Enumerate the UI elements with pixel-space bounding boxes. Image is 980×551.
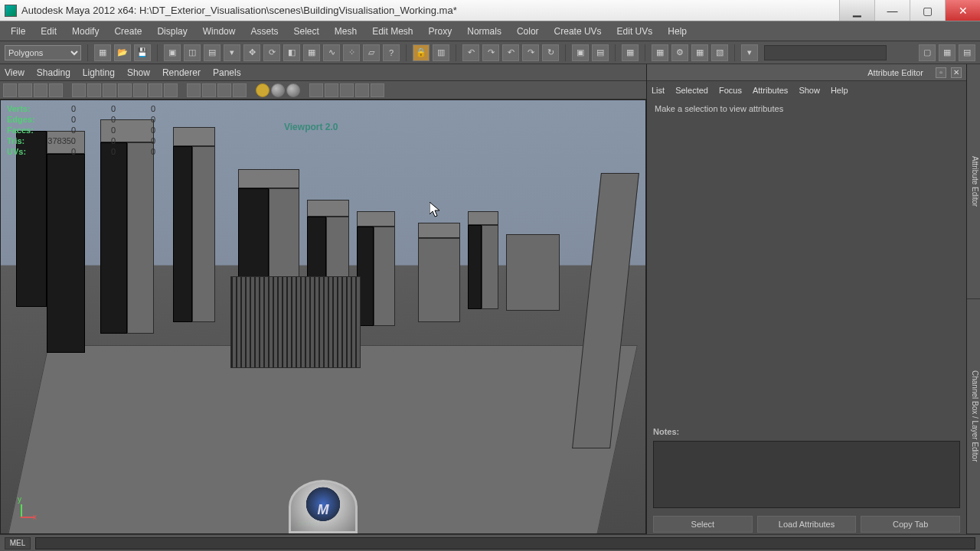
close-button[interactable]: ✕ bbox=[945, 0, 980, 21]
menu-mesh[interactable]: Mesh bbox=[327, 23, 364, 40]
save-scene-icon[interactable]: 💾 bbox=[134, 44, 151, 61]
screen-ao-icon[interactable] bbox=[355, 83, 369, 97]
viewport-menu-view[interactable]: View bbox=[5, 67, 24, 78]
snap-curve-icon[interactable]: ∿ bbox=[323, 44, 340, 61]
script-language-toggle[interactable]: MEL bbox=[5, 537, 31, 549]
menu-assets[interactable]: Assets bbox=[243, 23, 286, 40]
motion-blur-icon[interactable] bbox=[371, 83, 384, 97]
repeat-icon[interactable]: ↻ bbox=[542, 44, 559, 61]
field-chart-icon[interactable] bbox=[133, 83, 147, 97]
attr-menu-list[interactable]: List bbox=[652, 86, 665, 95]
render-dropdown-icon[interactable]: ▾ bbox=[741, 44, 758, 61]
xray-joints-icon[interactable] bbox=[340, 83, 354, 97]
ipr-button-icon[interactable]: ▣ bbox=[572, 44, 589, 61]
redo-icon[interactable]: ↷ bbox=[482, 44, 499, 61]
notes-textarea[interactable] bbox=[653, 441, 960, 508]
layout-four-icon[interactable]: ▦ bbox=[939, 44, 956, 61]
panel-restore-icon[interactable]: ▫ bbox=[936, 67, 946, 78]
attr-menu-show[interactable]: Show bbox=[799, 86, 820, 95]
all-lights-icon[interactable] bbox=[271, 83, 285, 97]
shadows-icon[interactable] bbox=[286, 83, 300, 97]
maximize-button[interactable]: ▢ bbox=[910, 0, 945, 21]
rotate-tool-icon[interactable]: ⟳ bbox=[263, 44, 280, 61]
textured-icon[interactable] bbox=[217, 83, 231, 97]
open-scene-icon[interactable]: 📂 bbox=[114, 44, 131, 61]
command-input[interactable] bbox=[35, 537, 975, 549]
snap-plane-icon[interactable]: ▱ bbox=[363, 44, 380, 61]
menu-proxy[interactable]: Proxy bbox=[421, 23, 460, 40]
redo-queue-icon[interactable]: ↷ bbox=[522, 44, 539, 61]
quick-select-field[interactable] bbox=[764, 45, 887, 60]
snap-grid-icon[interactable]: ▦ bbox=[303, 44, 320, 61]
undo-icon[interactable]: ↶ bbox=[462, 44, 479, 61]
menu-select[interactable]: Select bbox=[286, 23, 326, 40]
layout-single-icon[interactable]: ▢ bbox=[919, 44, 936, 61]
viewport-menu-show[interactable]: Show bbox=[127, 67, 150, 78]
viewport-menu-panels[interactable]: Panels bbox=[213, 67, 241, 78]
menu-edit-uvs[interactable]: Edit UVs bbox=[609, 23, 661, 40]
image-plane-icon[interactable] bbox=[49, 83, 63, 97]
minimize-tray-button[interactable]: ▁ bbox=[839, 0, 874, 21]
gate-mask-icon[interactable] bbox=[118, 83, 132, 97]
wireframe-icon[interactable] bbox=[187, 83, 201, 97]
perspective-viewport[interactable]: Verts:000 Edges:000 Faces:000 Tris:37835… bbox=[0, 99, 646, 534]
load-attributes-button[interactable]: Load Attributes bbox=[757, 516, 857, 533]
menu-color[interactable]: Color bbox=[509, 23, 547, 40]
menu-help[interactable]: Help bbox=[660, 23, 694, 40]
xray-icon[interactable] bbox=[325, 83, 338, 97]
lock-icon[interactable]: 🔒 bbox=[413, 44, 430, 61]
layout-custom-icon[interactable]: ▤ bbox=[959, 44, 975, 61]
attr-menu-selected[interactable]: Selected bbox=[675, 86, 708, 95]
undo-queue-icon[interactable]: ↶ bbox=[502, 44, 519, 61]
render-icon[interactable]: ▦ bbox=[622, 44, 639, 61]
menu-create-uvs[interactable]: Create UVs bbox=[547, 23, 609, 40]
paint-select-icon[interactable]: ▤ bbox=[204, 44, 220, 61]
panel-close-icon[interactable]: ✕ bbox=[951, 67, 962, 78]
menu-file[interactable]: File bbox=[3, 23, 33, 40]
select-camera-icon[interactable] bbox=[3, 83, 17, 97]
select-button[interactable]: Select bbox=[653, 516, 753, 533]
viewport-menu-renderer[interactable]: Renderer bbox=[162, 67, 201, 78]
scale-tool-icon[interactable]: ◧ bbox=[283, 44, 300, 61]
isolate-select-icon[interactable] bbox=[309, 83, 323, 97]
bookmarks-icon[interactable] bbox=[34, 83, 47, 97]
menu-modify[interactable]: Modify bbox=[64, 23, 106, 40]
select-tool-icon[interactable]: ▣ bbox=[164, 44, 181, 61]
snap-point-icon[interactable]: ⁘ bbox=[343, 44, 360, 61]
safe-action-icon[interactable] bbox=[149, 83, 162, 97]
viewport-menu-lighting[interactable]: Lighting bbox=[83, 67, 115, 78]
grid-toggle-icon[interactable] bbox=[72, 83, 86, 97]
attr-menu-focus[interactable]: Focus bbox=[719, 86, 742, 95]
minimize-button[interactable]: — bbox=[874, 0, 910, 21]
lock-camera-icon[interactable] bbox=[18, 83, 32, 97]
select-options-icon[interactable]: ▾ bbox=[224, 44, 240, 61]
history-toggle-icon[interactable]: ▥ bbox=[433, 44, 449, 61]
menu-create[interactable]: Create bbox=[106, 23, 149, 40]
attr-menu-attributes[interactable]: Attributes bbox=[753, 86, 788, 95]
help-tool-icon[interactable]: ? bbox=[383, 44, 400, 61]
render-settings-icon[interactable]: ⚙ bbox=[671, 44, 688, 61]
menu-set-dropdown[interactable]: Polygons bbox=[5, 45, 81, 60]
attr-menu-help[interactable]: Help bbox=[831, 86, 848, 95]
menu-display[interactable]: Display bbox=[149, 23, 194, 40]
move-tool-icon[interactable]: ✥ bbox=[243, 44, 260, 61]
resolution-gate-icon[interactable] bbox=[103, 83, 116, 97]
lasso-tool-icon[interactable]: ◫ bbox=[184, 44, 201, 61]
tab-channel-box[interactable]: Channel Box / Layer Editor bbox=[967, 299, 980, 534]
playblast-icon[interactable]: ▦ bbox=[652, 44, 668, 61]
smooth-shade-icon[interactable] bbox=[202, 83, 216, 97]
default-light-icon[interactable] bbox=[256, 83, 270, 97]
menu-normals[interactable]: Normals bbox=[459, 23, 509, 40]
light-linking-icon[interactable]: ▧ bbox=[711, 44, 728, 61]
render-view-icon[interactable]: ▤ bbox=[592, 44, 609, 61]
tab-attribute-editor[interactable]: Attribute Editor bbox=[967, 64, 980, 299]
film-gate-icon[interactable] bbox=[87, 83, 101, 97]
menu-edit[interactable]: Edit bbox=[33, 23, 64, 40]
menu-window[interactable]: Window bbox=[195, 23, 243, 40]
copy-tab-button[interactable]: Copy Tab bbox=[861, 516, 960, 533]
safe-title-icon[interactable] bbox=[164, 83, 178, 97]
viewport-menu-shading[interactable]: Shading bbox=[37, 67, 70, 78]
use-lights-icon[interactable] bbox=[233, 83, 247, 97]
new-scene-icon[interactable]: ▦ bbox=[94, 44, 111, 61]
hypershade-icon[interactable]: ▦ bbox=[691, 44, 708, 61]
